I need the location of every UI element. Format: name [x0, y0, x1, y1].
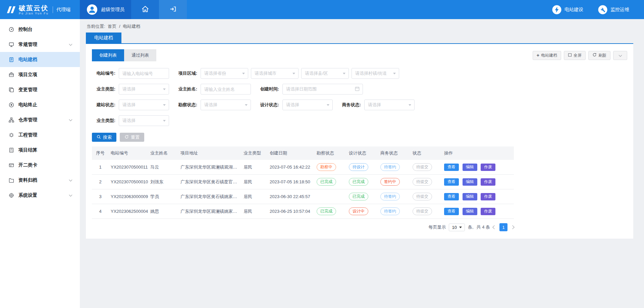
void-button[interactable]: 作废	[481, 164, 495, 171]
edit-button[interactable]: 编辑	[463, 208, 477, 215]
sidebar-item-warehouse-mgmt[interactable]: 仓库管理	[0, 112, 80, 127]
owner-type-select[interactable]: 请选择	[119, 84, 169, 95]
sidebar-item-label: 变更管理	[18, 87, 37, 93]
design-status-cell: 设计中	[347, 204, 378, 219]
search-button[interactable]: 搜索	[92, 133, 116, 142]
sidebar-item-console[interactable]: 控制台	[0, 22, 80, 37]
owner-name-input[interactable]	[201, 84, 251, 95]
nav-monitor-ops[interactable]: 监控运维	[598, 0, 629, 19]
province-select[interactable]: 请选择省份	[201, 68, 248, 79]
status-badge: 待设计	[349, 163, 368, 171]
user-name: 超级管理员	[101, 7, 124, 13]
select-placeholder: 请选择	[122, 118, 136, 124]
page-number-current[interactable]: 1	[499, 223, 507, 231]
row-index: 1	[92, 160, 109, 175]
column-header: 序号	[92, 146, 109, 160]
view-button[interactable]: 查看	[444, 164, 459, 171]
filter-survey-status: 勘察状态: 请选择	[174, 100, 251, 110]
edit-button[interactable]: 编辑	[463, 164, 477, 171]
station-code-input[interactable]	[119, 68, 169, 79]
chevron-down-icon	[69, 178, 72, 181]
view-button[interactable]: 查看	[444, 178, 459, 186]
dashboard-icon	[9, 27, 14, 32]
sidebar-item-station-terminate[interactable]: 电站终止	[0, 97, 80, 112]
sidebar-item-label: 常规管理	[18, 42, 37, 48]
city-select[interactable]: 请选择城市	[251, 68, 299, 79]
station-code-cell: YX2023070500011	[109, 160, 148, 175]
sidebar-item-project-settlement[interactable]: 项目结算	[0, 142, 80, 158]
table-row: 1 YX2023070500011 马云 广东深圳龙华区观澜镇观湖路... 居民…	[92, 160, 514, 175]
sidebar-item-label: 工程管理	[18, 132, 37, 138]
select-placeholder: 请选择	[204, 102, 217, 108]
owner-type-2-select[interactable]: 请选择	[119, 115, 169, 126]
business-status-select[interactable]: 请选择	[364, 100, 415, 110]
stop-icon	[9, 102, 14, 108]
filter-label: 业主类型:	[92, 118, 115, 124]
town-select[interactable]: 请选择村镇/街道	[352, 68, 399, 79]
chevron-down-icon	[163, 88, 166, 90]
status-badge: 勘察中	[317, 163, 336, 171]
edit-button[interactable]: 编辑	[463, 193, 477, 200]
survey-status-cell	[315, 189, 347, 204]
logo: 破茧云伏 Po Jian Yun Fu 代理端	[0, 0, 80, 19]
view-button[interactable]: 查看	[444, 193, 459, 200]
tab-passed-list[interactable]: 通过列表	[124, 49, 156, 61]
actions-cell: 查看 编辑 作废	[442, 204, 514, 219]
create-station-button[interactable]: + 电站建档	[533, 51, 561, 60]
logout-button[interactable]	[159, 0, 187, 19]
breadcrumb-home[interactable]: 首页	[108, 24, 116, 29]
refresh-button[interactable]: 刷新	[588, 51, 610, 60]
survey-status-select[interactable]: 请选择	[201, 100, 251, 110]
collapse-toolbar-button[interactable]	[613, 51, 627, 60]
breadcrumb: 当前位置: 首页 / 电站建档	[86, 19, 633, 33]
chevron-down-icon	[69, 193, 72, 196]
create-date-cell: 2023-07-05 16:18:50	[268, 175, 315, 189]
reset-icon	[124, 135, 129, 140]
owner-name-cell: 姚思	[148, 204, 178, 219]
create-date-cell: 2023-07-05 16:42:22	[268, 160, 315, 175]
document-icon	[9, 57, 14, 62]
prev-page-button[interactable]	[492, 225, 496, 229]
edit-button[interactable]: 编辑	[463, 178, 477, 186]
tab-station-filing[interactable]: 电站建档	[86, 33, 121, 43]
view-button[interactable]: 查看	[444, 208, 459, 215]
button-label: 搜索	[103, 134, 112, 140]
sidebar: 控制台 常规管理 电站建档 项目立项 变更管理 电站终止 仓库管理	[0, 19, 80, 308]
reset-button[interactable]: 重置	[120, 133, 144, 142]
portal-label: 代理端	[56, 7, 70, 13]
actions-cell: 查看 编辑 作废	[442, 175, 514, 189]
void-button[interactable]: 作废	[481, 193, 495, 200]
sidebar-item-system-settings[interactable]: 系统设置	[0, 188, 80, 203]
status-badge: 签约中	[380, 178, 400, 186]
date-range-input[interactable]: 请选择日期范围	[282, 84, 363, 95]
fullscreen-button[interactable]: 全屏	[564, 51, 586, 60]
build-status-select[interactable]: 请选择	[119, 100, 169, 110]
tab-create-list[interactable]: 创建列表	[92, 49, 124, 61]
per-page-value: 10	[452, 225, 457, 230]
user-menu[interactable]: 超级管理员	[80, 0, 131, 19]
sidebar-item-station-filing[interactable]: 电站建档	[0, 52, 80, 67]
sidebar-item-archive[interactable]: 资料归档	[0, 173, 80, 188]
chevron-down-icon	[459, 227, 462, 228]
sidebar-item-label: 电站建档	[18, 57, 37, 63]
sidebar-item-regular-mgmt[interactable]: 常规管理	[0, 37, 80, 52]
nav-station-build[interactable]: 电站建设	[552, 0, 583, 19]
sidebar-item-change-mgmt[interactable]: 变更管理	[0, 82, 80, 97]
home-button[interactable]	[131, 0, 159, 19]
sidebar-item-type2-card[interactable]: 开二类卡	[0, 158, 80, 173]
chevron-down-icon	[69, 118, 72, 121]
sidebar-item-engineering-mgmt[interactable]: 工程管理	[0, 127, 80, 142]
void-button[interactable]: 作废	[481, 208, 495, 215]
void-button[interactable]: 作废	[481, 178, 495, 186]
sidebar-item-label: 控制台	[18, 26, 33, 33]
sign-in-icon	[169, 6, 177, 14]
column-header: 操作	[442, 146, 514, 160]
sidebar-item-project-initiation[interactable]: 项目立项	[0, 67, 80, 82]
per-page-select[interactable]: 10	[449, 224, 465, 231]
next-page-button[interactable]	[511, 225, 514, 229]
county-select[interactable]: 请选择县/区	[301, 68, 349, 79]
sitemap-icon	[9, 117, 14, 123]
design-status-cell: 已完成	[347, 175, 378, 189]
column-header: 设计状态	[347, 146, 378, 160]
design-status-select[interactable]: 请选择	[282, 100, 333, 110]
